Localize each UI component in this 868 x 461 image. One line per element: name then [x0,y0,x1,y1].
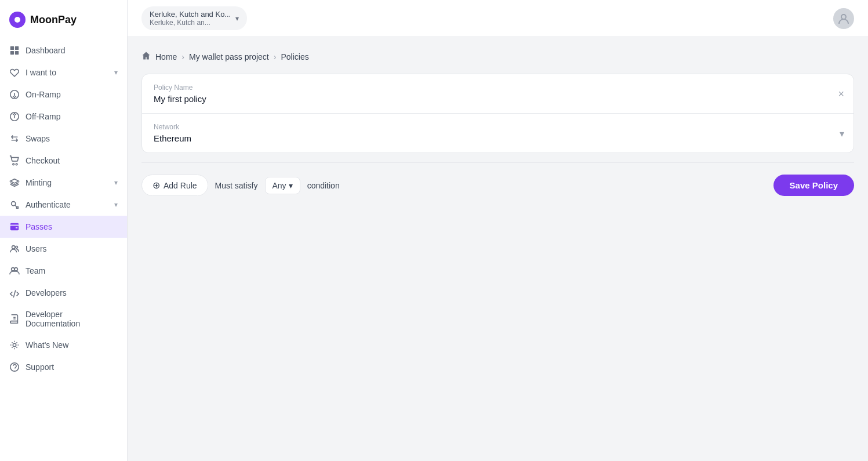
support-icon [9,362,20,372]
breadcrumb-current: Policies [281,52,308,61]
sidebar-item-off-ramp[interactable]: Off-Ramp [0,106,127,128]
sidebar-item-users[interactable]: Users [0,238,127,260]
code-icon [9,288,20,298]
sidebar-item-passes[interactable]: Passes [0,216,127,238]
svg-rect-1 [15,46,19,50]
svg-rect-0 [10,46,14,50]
policy-name-label: Policy Name [154,84,842,92]
sidebar-item-whats-new[interactable]: What's New [0,334,127,356]
sidebar-item-label: Team [26,266,45,275]
sidebar-item-label: On-Ramp [26,90,61,99]
save-policy-button[interactable]: Save Policy [773,175,854,196]
svg-point-6 [13,164,14,165]
arrow-up-circle-icon [9,111,20,122]
policy-name-clear-button[interactable]: × [838,88,844,100]
home-icon [141,51,151,62]
logo-icon [9,12,26,28]
logo: MoonPay [0,0,127,37]
svg-point-16 [841,14,846,19]
chevron-down-icon: ▾ [235,14,239,23]
sidebar-item-support[interactable]: Support [0,356,127,378]
any-label: Any [273,181,286,190]
user-group-icon [9,266,20,276]
svg-point-9 [12,246,15,249]
sidebar-item-label: Checkout [26,156,60,165]
wallet-icon [9,222,20,232]
sidebar-item-label: Developers [26,288,67,297]
breadcrumb-sep-1: › [181,52,184,61]
condition-text: condition [307,181,340,190]
any-dropdown[interactable]: Any ▾ [265,177,300,194]
policy-form-card: Policy Name My first policy × Network Et… [141,74,854,153]
add-rule-label: Add Rule [164,181,197,190]
users-icon [9,244,20,254]
sidebar-item-team[interactable]: Team [0,260,127,282]
org-selector[interactable]: Kerluke, Kutch and Ko... Kerluke, Kutch … [141,6,247,30]
shopping-cart-icon [9,155,20,166]
sidebar: MoonPay Dashboard I want to ▾ On-Ramp [0,0,128,461]
sidebar-item-label: Passes [26,222,52,231]
sidebar-item-developer-docs[interactable]: Developer Documentation [0,304,127,334]
layers-icon [9,177,20,188]
breadcrumb-home[interactable]: Home [155,52,177,61]
heart-icon [9,67,20,78]
plus-circle-icon: ⊕ [152,180,160,191]
rule-bar: ⊕ Add Rule Must satisfy Any ▾ condition … [141,175,854,196]
svg-point-10 [16,246,18,249]
sidebar-item-i-want-to[interactable]: I want to ▾ [0,61,127,84]
sidebar-item-label: Dashboard [26,46,66,55]
org-sub: Kerluke, Kutch an... [150,19,231,27]
svg-point-12 [14,268,17,271]
sidebar-item-label: Developer Documentation [26,310,118,328]
sidebar-item-label: Minting [26,178,52,187]
logo-text: MoonPay [30,14,77,26]
content-area: Home › My wallet pass project › Policies… [128,37,868,461]
sparkle-icon [9,340,20,350]
sidebar-item-swaps[interactable]: Swaps [0,128,127,150]
breadcrumb: Home › My wallet pass project › Policies [141,51,854,62]
policy-name-value: My first policy [154,94,842,104]
sidebar-item-minting[interactable]: Minting ▾ [0,172,127,194]
main-content: Kerluke, Kutch and Ko... Kerluke, Kutch … [128,0,868,461]
network-label: Network [154,123,842,131]
chevron-down-icon: ▾ [114,179,118,187]
must-satisfy-text: Must satisfy [215,181,258,190]
arrow-down-circle-icon [9,89,20,100]
svg-point-7 [16,164,17,165]
sidebar-item-dashboard[interactable]: Dashboard [0,39,127,61]
sidebar-item-label: I want to [26,68,56,77]
divider [141,162,854,163]
sidebar-item-developers[interactable]: Developers [0,282,127,304]
key-icon [9,199,20,210]
svg-line-13 [13,291,16,298]
chevron-down-icon: ▾ [114,68,118,77]
add-rule-button[interactable]: ⊕ Add Rule [141,175,208,196]
org-text: Kerluke, Kutch and Ko... Kerluke, Kutch … [150,10,231,27]
sidebar-item-label: What's New [26,340,68,350]
topbar: Kerluke, Kutch and Ko... Kerluke, Kutch … [128,0,868,37]
svg-rect-2 [10,51,14,55]
swap-icon [9,133,20,144]
network-dropdown-icon[interactable]: ▾ [840,128,844,139]
sidebar-item-checkout[interactable]: Checkout [0,150,127,172]
policy-name-field: Policy Name My first policy × [142,74,854,114]
sidebar-item-label: Authenticate [26,200,71,209]
breadcrumb-sep-2: › [274,52,277,61]
sidebar-item-label: Support [26,362,54,372]
breadcrumb-project[interactable]: My wallet pass project [189,52,269,61]
sidebar-item-label: Swaps [26,134,50,143]
network-field: Network Ethereum ▾ [142,114,854,153]
avatar[interactable] [833,8,854,29]
sidebar-item-label: Users [26,244,47,253]
sidebar-item-authenticate[interactable]: Authenticate ▾ [0,194,127,216]
svg-rect-3 [15,51,19,55]
grid-icon [9,45,20,56]
sidebar-item-on-ramp[interactable]: On-Ramp [0,84,127,106]
svg-point-14 [13,343,16,346]
sidebar-item-label: Off-Ramp [26,112,60,121]
chevron-down-icon: ▾ [114,201,118,209]
any-chevron-icon: ▾ [289,181,293,190]
network-value: Ethereum [154,133,842,143]
sidebar-nav: Dashboard I want to ▾ On-Ramp Off-Ramp [0,37,127,461]
book-icon [9,314,20,324]
